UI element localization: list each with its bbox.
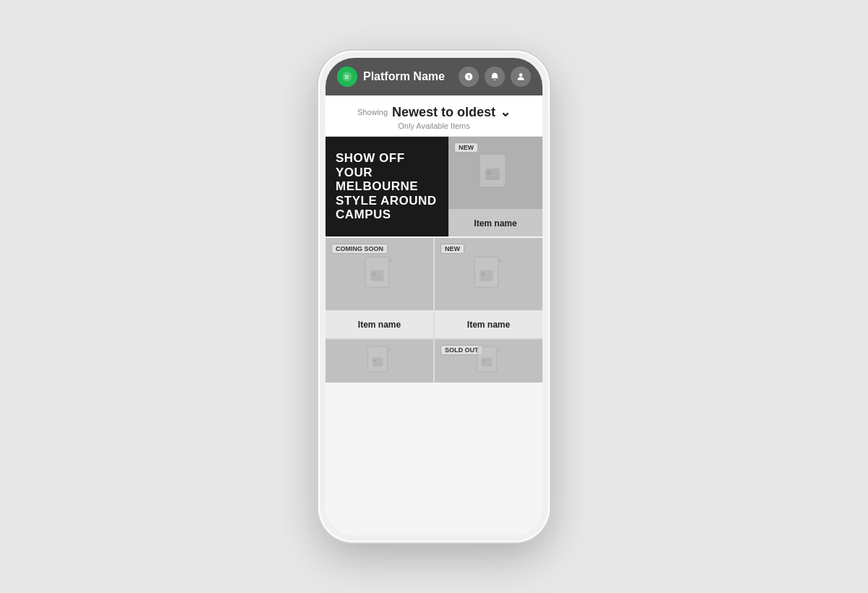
- svg-point-9: [372, 272, 376, 276]
- header-left: Platform Name: [337, 67, 445, 87]
- hero-banner: SHOW OFF YOUR MELBOURNE STYLE AROUND CAM…: [326, 137, 542, 236]
- product-name-2: Item name: [467, 320, 510, 330]
- sort-subtitle: Only Available Items: [337, 121, 531, 130]
- phone-screen: Platform Name $ Showing Newest to oldest…: [326, 58, 542, 535]
- chevron-down-icon: ⌄: [500, 104, 511, 120]
- product-name-bar-2: Item name: [435, 310, 542, 338]
- sort-row: Showing Newest to oldest ⌄: [337, 104, 531, 120]
- header-icons: $: [459, 67, 531, 87]
- coin-button[interactable]: $: [459, 67, 479, 87]
- product-image-3: [326, 339, 433, 383]
- phone-frame: Platform Name $ Showing Newest to oldest…: [318, 51, 550, 542]
- sort-label: Showing: [357, 108, 388, 116]
- product-image-2: NEW: [435, 238, 542, 310]
- hero-item-name-bar: Item name: [448, 209, 542, 236]
- svg-point-18: [482, 359, 486, 362]
- hero-item-name: Item name: [474, 218, 516, 229]
- product-name-bar-1: Item name: [326, 310, 433, 338]
- product-name-1: Item name: [358, 320, 401, 330]
- product-card-1[interactable]: COMING SOON Item name: [326, 238, 433, 338]
- svg-point-15: [373, 359, 377, 362]
- bell-button[interactable]: [485, 67, 505, 87]
- svg-point-3: [519, 73, 523, 77]
- hero-item-side[interactable]: NEW Item name: [448, 137, 542, 236]
- new-badge: NEW: [454, 142, 478, 153]
- platform-name: Platform Name: [363, 70, 445, 83]
- svg-point-6: [487, 171, 491, 175]
- product-card-4[interactable]: SOLD OUT: [435, 339, 542, 383]
- product-image-1: COMING SOON: [326, 238, 433, 310]
- user-button[interactable]: [511, 67, 531, 87]
- hero-text: SHOW OFF YOUR MELBOURNE STYLE AROUND CAM…: [336, 151, 438, 222]
- product-image-4: SOLD OUT: [435, 339, 542, 383]
- svg-point-12: [481, 272, 485, 276]
- hero-text-side: SHOW OFF YOUR MELBOURNE STYLE AROUND CAM…: [326, 137, 448, 236]
- hero-item-image: NEW: [448, 137, 542, 209]
- product-card-3[interactable]: [326, 339, 433, 383]
- sort-bar[interactable]: Showing Newest to oldest ⌄ Only Availabl…: [326, 95, 542, 137]
- product-grid: COMING SOON Item name: [326, 238, 542, 383]
- product-card-2[interactable]: NEW Item name: [435, 238, 542, 338]
- content-area: SHOW OFF YOUR MELBOURNE STYLE AROUND CAM…: [326, 137, 542, 535]
- coming-soon-badge: COMING SOON: [331, 244, 388, 254]
- app-header: Platform Name $: [326, 58, 542, 95]
- sort-value: Newest to oldest: [392, 105, 495, 120]
- new-badge-2: NEW: [441, 244, 464, 254]
- logo-icon: [337, 67, 357, 87]
